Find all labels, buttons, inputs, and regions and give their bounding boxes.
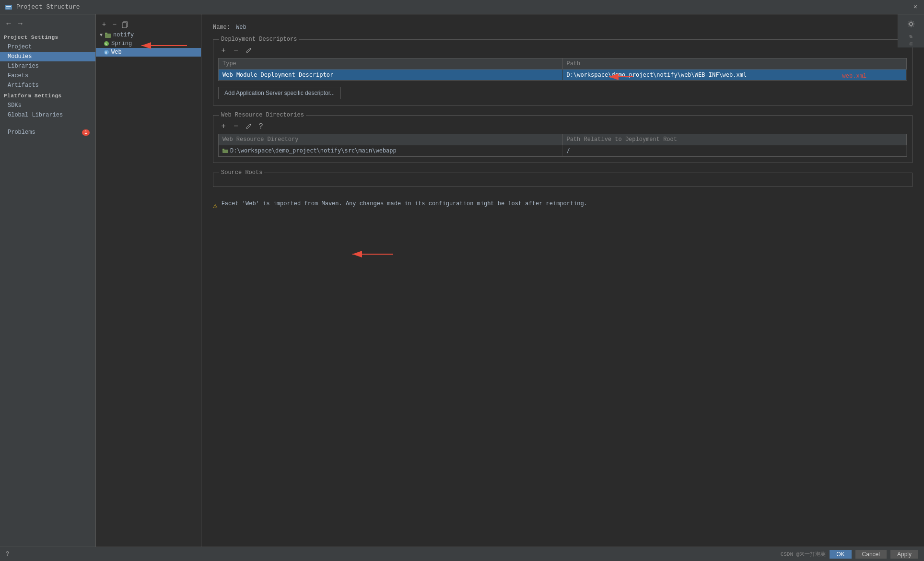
web-resource-toolbar: + − ? (218, 119, 907, 134)
sidebar-nav-top: ← → (0, 18, 95, 32)
sidebar-item-project[interactable]: Project (0, 42, 95, 52)
edit-icon (245, 47, 252, 54)
global-libraries-label: Global Libraries (8, 112, 63, 118)
relative-path-cell: / (563, 145, 907, 156)
copy-icon (122, 21, 129, 28)
wrd-edit-icon (245, 123, 252, 130)
sidebar: ← → Project Settings Project Modules Lib… (0, 14, 96, 561)
wrd-help-button[interactable]: ? (256, 121, 266, 132)
csdn-label: CSDN @来一打泡芙 (781, 550, 826, 558)
dd-add-button[interactable]: + (218, 46, 229, 56)
warning-row: ⚠ Facet 'Web' is imported from Maven. An… (213, 197, 912, 214)
wrd-edit-button[interactable] (243, 121, 254, 132)
back-button[interactable]: ← (4, 19, 13, 29)
tree-web-label: Web (111, 49, 122, 56)
type-column-header: Type (219, 58, 563, 69)
ok-button[interactable]: OK (830, 550, 851, 559)
type-cell: Web Module Deployment Descriptor (219, 70, 563, 80)
libraries-label: Libraries (8, 63, 39, 70)
folder-small-icon (222, 148, 228, 153)
sidebar-vertical-label: m # (908, 33, 914, 47)
warning-icon: ⚠ (213, 201, 218, 210)
warning-text: Facet 'Web' is imported from Maven. Any … (222, 200, 587, 207)
deployment-toolbar: + − (218, 44, 907, 58)
svg-rect-4 (122, 23, 127, 28)
bottom-right: CSDN @来一打泡芙 OK Cancel Apply (781, 550, 918, 559)
svg-rect-1 (6, 6, 11, 7)
help-icon[interactable]: ? (6, 551, 9, 558)
tree-item-spring[interactable]: S Spring (96, 39, 201, 48)
sidebar-item-modules[interactable]: Modules (0, 52, 95, 61)
wrd-remove-button[interactable]: − (231, 121, 241, 132)
tree-item-web[interactable]: W Web (96, 48, 201, 57)
sidebar-item-artifacts[interactable]: Artifacts (0, 81, 95, 90)
project-label: Project (8, 44, 32, 50)
title-bar-left: Project Structure (5, 3, 80, 11)
sidebar-item-problems[interactable]: Problems 1 (0, 128, 95, 137)
tree-item-notify[interactable]: ▼ notify (96, 31, 201, 39)
svg-rect-11 (222, 150, 228, 153)
web-resource-table-row[interactable]: D:\workspace\demo_project\notify\src\mai… (219, 145, 907, 156)
add-module-button[interactable]: + (100, 20, 108, 29)
deployment-descriptors-section: Deployment Descriptors + − (213, 39, 912, 105)
svg-text:S: S (105, 42, 107, 46)
svg-point-19 (910, 23, 912, 25)
name-value: Web (236, 24, 246, 31)
problems-badge: 1 (82, 129, 90, 136)
content-inner: Name: Web Deployment Descriptors + − (201, 14, 924, 561)
modules-label: Modules (8, 53, 32, 60)
bottom-bar: ? CSDN @来一打泡芙 OK Cancel Apply (0, 547, 924, 561)
platform-settings-title: Platform Settings (0, 90, 95, 101)
dd-remove-button[interactable]: − (231, 46, 241, 56)
svg-rect-2 (6, 8, 10, 9)
web-resource-table-header: Web Resource Directory Path Relative to … (219, 134, 907, 145)
web-dir-cell: D:\workspace\demo_project\notify\src\mai… (219, 145, 563, 156)
dd-edit-button[interactable] (243, 46, 254, 56)
deployment-table: Type Path Web Module Deployment Descript… (218, 58, 907, 81)
problems-section: Problems 1 (0, 128, 95, 137)
web-resource-table: Web Resource Directory Path Relative to … (218, 134, 907, 157)
artifacts-label: Artifacts (8, 82, 39, 89)
apply-button[interactable]: Apply (890, 550, 918, 559)
source-roots-section: Source Roots (213, 173, 912, 187)
project-settings-title: Project Settings (0, 32, 95, 42)
sidebar-item-global-libraries[interactable]: Global Libraries (0, 110, 95, 120)
spring-icon: S (104, 41, 109, 47)
table-row[interactable]: Web Module Deployment Descriptor D:\work… (219, 70, 907, 81)
remove-module-button[interactable]: − (110, 20, 119, 29)
settings-icon[interactable] (904, 17, 918, 31)
tree-root-label: notify (113, 32, 134, 38)
web-resource-title: Web Resource Directories (219, 112, 306, 118)
svg-rect-0 (5, 5, 12, 10)
copy-module-button[interactable] (121, 20, 129, 29)
sidebar-item-sdks[interactable]: SDKs (0, 101, 95, 110)
path-cell: D:\workspace\demo_project\notify\web\WEB… (563, 70, 907, 80)
bottom-left: ? (6, 551, 9, 558)
forward-button[interactable]: → (15, 19, 25, 29)
sidebar-item-libraries[interactable]: Libraries (0, 61, 95, 71)
title-bar: Project Structure × (0, 0, 924, 14)
sdks-label: SDKs (8, 102, 22, 109)
name-label: Name: (213, 24, 230, 31)
svg-rect-12 (222, 149, 224, 150)
main-content: Name: Web Deployment Descriptors + − (201, 14, 924, 561)
cancel-button[interactable]: Cancel (855, 550, 887, 559)
relative-path-column-header: Path Relative to Deployment Root (563, 134, 907, 145)
tree-toolbar: + − (96, 18, 201, 31)
web-dir-column-header: Web Resource Directory (219, 134, 563, 145)
web-icon: W (104, 49, 109, 55)
add-server-button[interactable]: Add Application Server specific descript… (218, 87, 341, 99)
module-folder-icon (105, 32, 111, 38)
deployment-table-header: Type Path (219, 58, 907, 70)
sidebar-item-facets[interactable]: Facets (0, 71, 95, 81)
tree-spring-label: Spring (111, 40, 132, 47)
path-column-header: Path (563, 58, 907, 69)
name-row: Name: Web (213, 24, 912, 31)
wrd-add-button[interactable]: + (218, 121, 229, 132)
right-side-toolbar: m # (898, 14, 924, 47)
svg-rect-5 (105, 34, 111, 38)
close-button[interactable]: × (912, 3, 919, 11)
window-title: Project Structure (16, 3, 80, 11)
module-tree: + − ▼ notify S Spring (96, 14, 201, 561)
source-roots-title: Source Roots (219, 169, 264, 176)
